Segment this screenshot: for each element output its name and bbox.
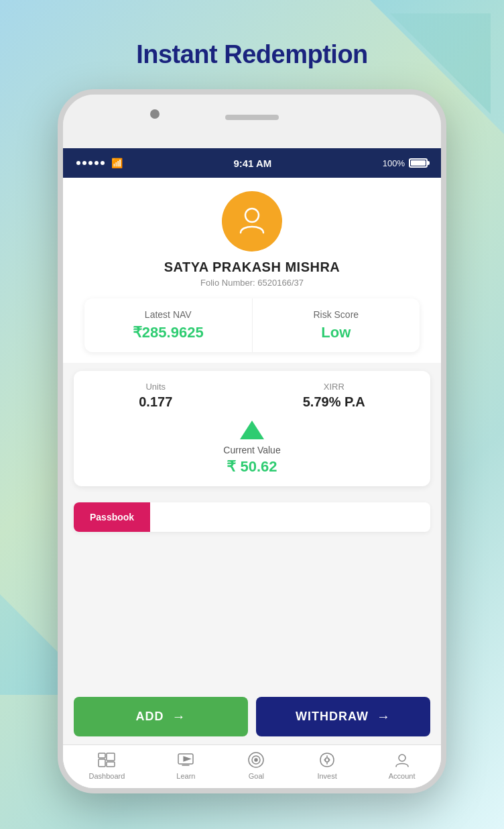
up-triangle-icon (240, 421, 264, 439)
nav-item-invest[interactable]: Invest (317, 751, 336, 780)
wifi-icon: 📶 (111, 158, 123, 168)
xirr-value: 5.79% P.A (303, 394, 365, 410)
risk-score-value: Low (321, 324, 351, 341)
risk-score-label: Risk Score (313, 309, 359, 320)
add-label: ADD (136, 710, 164, 724)
phone-camera (150, 109, 160, 119)
xirr-label: XIRR (324, 382, 344, 392)
units-xirr-row: Units 0.177 XIRR 5.79% P.A (74, 382, 430, 410)
avatar (222, 191, 282, 252)
status-bar: 📶 9:41 AM 100% (63, 148, 441, 178)
units-value: 0.177 (139, 394, 172, 410)
dashboard-icon (97, 751, 116, 769)
risk-score-item: Risk Score Low (253, 298, 420, 352)
withdraw-arrow-icon: → (377, 709, 391, 724)
status-time: 9:41 AM (233, 158, 271, 169)
user-avatar-icon (235, 203, 269, 239)
goal-icon (247, 751, 265, 769)
latest-nav-value: ₹285.9625 (133, 324, 204, 341)
learn-icon (176, 751, 195, 769)
signal-dots (76, 161, 105, 165)
svg-marker-6 (184, 757, 190, 761)
status-left: 📶 (76, 158, 123, 168)
phone-speaker (225, 115, 279, 120)
nav-label-goal: Goal (249, 772, 264, 780)
passbook-active-tab[interactable]: Passbook (74, 502, 150, 532)
svg-rect-1 (99, 753, 105, 758)
withdraw-label: WITHDRAW (296, 710, 369, 724)
battery-icon (409, 158, 428, 168)
battery-percentage: 100% (383, 158, 405, 168)
page-title: Instant Redemption (136, 40, 368, 69)
phone-top (63, 95, 441, 148)
passbook-content-area (150, 502, 182, 532)
nav-item-account[interactable]: Account (389, 751, 416, 780)
current-value-section: Current Value ₹ 50.62 (74, 421, 430, 476)
nav-item-learn[interactable]: Learn (176, 751, 195, 780)
profile-section: SATYA PRAKASH MISHRA Folio Number: 65201… (63, 178, 441, 363)
nav-label-invest: Invest (317, 772, 336, 780)
bottom-nav: Dashboard Learn (63, 744, 441, 788)
svg-rect-4 (107, 762, 115, 767)
account-icon (393, 751, 412, 769)
latest-nav-item: Latest NAV ₹285.9625 (84, 298, 253, 352)
battery-fill (411, 160, 426, 166)
add-arrow-icon: → (172, 709, 186, 724)
phone-screen: SATYA PRAKASH MISHRA Folio Number: 65201… (63, 178, 441, 788)
current-value-label: Current Value (223, 445, 280, 455)
nav-label-learn: Learn (176, 772, 195, 780)
phone-frame: 📶 9:41 AM 100% SATY (58, 89, 446, 793)
add-button[interactable]: ADD → (74, 697, 248, 736)
passbook-section[interactable]: Passbook (74, 502, 430, 532)
nav-label-dashboard: Dashboard (88, 772, 125, 780)
withdraw-button[interactable]: WITHDRAW → (256, 697, 430, 736)
svg-point-10 (255, 759, 257, 761)
folio-number: Folio Number: 6520166/37 (200, 278, 304, 288)
nav-label-account: Account (389, 772, 416, 780)
units-label: Units (145, 382, 166, 392)
invest-icon (318, 751, 336, 769)
status-right: 100% (383, 158, 428, 168)
svg-point-0 (245, 209, 259, 222)
nav-item-goal[interactable]: Goal (247, 751, 265, 780)
svg-rect-3 (107, 753, 115, 761)
xirr-item: XIRR 5.79% P.A (303, 382, 365, 410)
latest-nav-label: Latest NAV (145, 309, 192, 320)
stats-card: Units 0.177 XIRR 5.79% P.A Current Value… (74, 371, 430, 486)
units-item: Units 0.177 (139, 382, 172, 410)
info-cards-wrapper: Latest NAV ₹285.9625 Risk Score Low (63, 298, 441, 352)
svg-rect-2 (99, 759, 105, 767)
user-name: SATYA PRAKASH MISHRA (164, 260, 340, 275)
svg-point-12 (399, 755, 405, 761)
action-buttons: ADD → WITHDRAW → (74, 697, 430, 736)
nav-risk-card: Latest NAV ₹285.9625 Risk Score Low (84, 298, 420, 352)
current-value-amount: ₹ 50.62 (227, 458, 277, 476)
nav-item-dashboard[interactable]: Dashboard (88, 751, 125, 780)
